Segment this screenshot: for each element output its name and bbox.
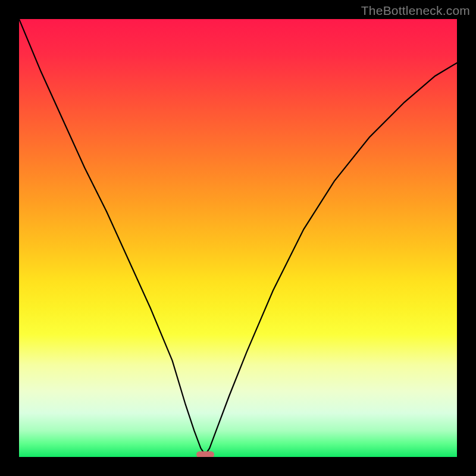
watermark-text: TheBottleneck.com [361, 4, 470, 18]
optimum-marker [196, 452, 214, 457]
chart-frame: TheBottleneck.com [0, 0, 476, 476]
plot-area [19, 19, 457, 457]
bottleneck-curve [19, 19, 457, 457]
